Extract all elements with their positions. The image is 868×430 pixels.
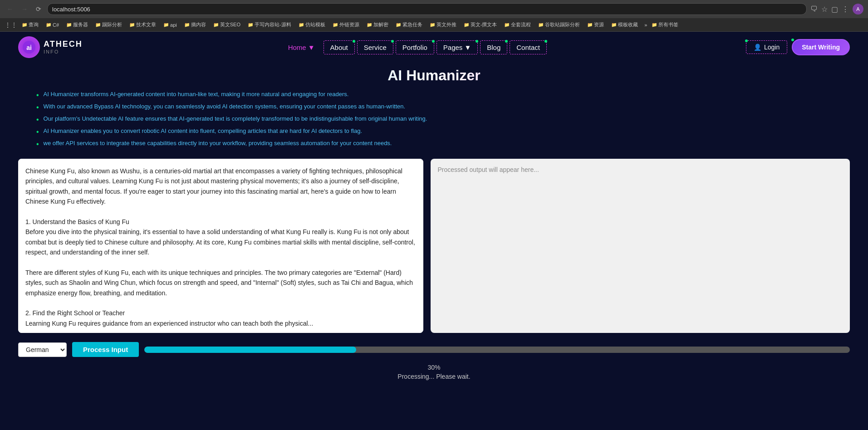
bookmark-en-text[interactable]: 📁英文-撰文本 bbox=[461, 20, 500, 29]
nav-contact[interactable]: Contact bbox=[510, 40, 547, 54]
nav-blog[interactable]: Blog bbox=[480, 40, 507, 54]
bullet-5: • bbox=[36, 140, 39, 148]
bookmark-server[interactable]: 📁服务器 bbox=[64, 20, 91, 29]
output-placeholder-text: Processed output will appear here... bbox=[438, 166, 539, 173]
svg-text:ai: ai bbox=[26, 44, 32, 51]
status-section: 30% Processing... Please wait. bbox=[0, 362, 868, 385]
bookmark-content[interactable]: 📁摘内容 bbox=[181, 20, 209, 29]
nav-dot-portfolio bbox=[432, 40, 435, 43]
progress-bar-fill bbox=[144, 347, 356, 353]
browser-toolbar: ← → ⟳ 🗨 ☆ ▢ ⋮ A bbox=[0, 0, 868, 18]
bookmark-template[interactable]: 📁仿站模板 bbox=[296, 20, 328, 29]
url-bar[interactable] bbox=[47, 3, 807, 15]
main-panels: Processed output will appear here... bbox=[0, 159, 868, 337]
user-icon: 👤 bbox=[754, 44, 761, 51]
bookmark-outlinks[interactable]: 📁外链资源 bbox=[330, 20, 362, 29]
bullet-4: • bbox=[36, 128, 39, 136]
refresh-button[interactable]: ⟳ bbox=[34, 5, 44, 14]
chevron-down-icon: ▼ bbox=[308, 44, 315, 51]
browser-icons: 🗨 ☆ ▢ ⋮ A bbox=[810, 4, 863, 15]
feature-item-2: • With our advanced Bypass AI technology… bbox=[36, 103, 832, 112]
nav-dot-about bbox=[353, 40, 355, 43]
star-icon[interactable]: ☆ bbox=[821, 5, 828, 14]
nav-dot-blog bbox=[505, 40, 508, 43]
bookmark-google[interactable]: 📁谷歌站踢际分析 bbox=[535, 20, 583, 29]
features-section: • AI Humanizer transforms AI-generated c… bbox=[0, 86, 868, 159]
nav-actions: 👤 Login Start Writing bbox=[746, 39, 850, 55]
bookmark-seo[interactable]: 📁英文SEO bbox=[211, 20, 243, 29]
bookmark-all[interactable]: 📁所有书签 bbox=[649, 20, 681, 29]
bookmark-csharp[interactable]: 📁C# bbox=[43, 21, 62, 29]
progress-percent-label: 30% bbox=[18, 364, 850, 371]
page-content: ai ATHECH INFO Home ▼ About Service bbox=[0, 32, 868, 385]
nav-service[interactable]: Service bbox=[357, 40, 393, 54]
bookmark-urgent[interactable]: 📁紧急任务 bbox=[393, 20, 425, 29]
bookmark-crypto[interactable]: 📁加解密 bbox=[364, 20, 391, 29]
feature-item-5: • we offer API services to integrate the… bbox=[36, 140, 832, 148]
progress-bar-container bbox=[144, 347, 850, 353]
bottom-bar: German English French Spanish Chinese Ja… bbox=[0, 337, 868, 362]
processing-status-text: Processing... Please wait. bbox=[18, 373, 850, 380]
apps-icon[interactable]: ⋮⋮ bbox=[5, 21, 17, 29]
profile-avatar[interactable]: A bbox=[853, 4, 863, 15]
feature-item-4: • AI Humanizer enables you to convert ro… bbox=[36, 127, 832, 136]
bookmarks-bar: ⋮⋮ 📁查询 📁C# 📁服务器 📁踢际分析 📁技术文章 📁api 📁摘内容 📁英… bbox=[0, 18, 868, 32]
output-panel: Processed output will appear here... bbox=[431, 159, 850, 333]
input-panel bbox=[18, 159, 423, 333]
language-select[interactable]: German English French Spanish Chinese Ja… bbox=[18, 342, 67, 357]
brand-sub: INFO bbox=[44, 49, 83, 54]
logo-area: ai ATHECH INFO bbox=[18, 36, 83, 58]
bookmark-en-outreach[interactable]: 📁英文外推 bbox=[427, 20, 459, 29]
bookmark-saved-templates[interactable]: 📁模板收藏 bbox=[608, 20, 641, 29]
more-bookmarks-icon[interactable]: » bbox=[644, 22, 647, 28]
forward-button[interactable]: → bbox=[19, 5, 30, 14]
bookmark-tech[interactable]: 📁技术文章 bbox=[127, 20, 159, 29]
nav-home[interactable]: Home ▼ bbox=[282, 41, 321, 54]
page-title: AI Humanizer bbox=[18, 67, 850, 84]
nav-dot-contact bbox=[544, 40, 547, 43]
input-textarea[interactable] bbox=[18, 159, 423, 333]
bookmark-handwritten[interactable]: 📁手写内容站-源料 bbox=[245, 20, 294, 29]
brand-name: ATHECH bbox=[44, 40, 83, 49]
translate-icon[interactable]: 🗨 bbox=[810, 5, 818, 13]
bookmark-full-flow[interactable]: 📁全套流程 bbox=[501, 20, 534, 29]
page-title-section: AI Humanizer bbox=[0, 63, 868, 86]
bookmark-queries[interactable]: 📁查询 bbox=[19, 20, 41, 29]
nav-portfolio[interactable]: Portfolio bbox=[396, 40, 434, 54]
feature-item-1: • AI Humanizer transforms AI-generated c… bbox=[36, 91, 832, 99]
chevron-down-icon-pages: ▼ bbox=[464, 44, 471, 51]
logo-icon: ai bbox=[18, 36, 40, 58]
login-button[interactable]: 👤 Login bbox=[746, 40, 787, 54]
start-writing-button[interactable]: Start Writing bbox=[792, 39, 850, 55]
start-writing-dot bbox=[791, 39, 794, 41]
bookmark-analysis[interactable]: 📁踢际分析 bbox=[93, 20, 125, 29]
back-button[interactable]: ← bbox=[5, 5, 15, 14]
nav-about[interactable]: About bbox=[324, 40, 355, 54]
bullet-2: • bbox=[36, 103, 39, 112]
bookmark-resources[interactable]: 📁资源 bbox=[584, 20, 607, 29]
nav-dot-service bbox=[391, 40, 394, 43]
nav-dot-pages bbox=[476, 40, 478, 43]
bullet-1: • bbox=[36, 91, 39, 99]
browser-chrome: ← → ⟳ 🗨 ☆ ▢ ⋮ A ⋮⋮ 📁查询 📁C# 📁服务器 📁踢际分析 📁技… bbox=[0, 0, 868, 32]
nav-pages[interactable]: Pages ▼ bbox=[436, 40, 478, 54]
process-input-button[interactable]: Process Input bbox=[72, 342, 139, 357]
extension-icon[interactable]: ▢ bbox=[831, 5, 838, 14]
feature-item-3: • Our platform's Undetectable AI feature… bbox=[36, 115, 832, 124]
navbar: ai ATHECH INFO Home ▼ About Service bbox=[0, 32, 868, 63]
nav-menu: Home ▼ About Service Portfolio Pages ▼ bbox=[282, 40, 547, 54]
bullet-3: • bbox=[36, 116, 39, 124]
bookmark-api[interactable]: 📁api bbox=[161, 21, 180, 29]
logo-text: ATHECH INFO bbox=[44, 40, 83, 54]
login-dot bbox=[745, 39, 748, 42]
menu-icon[interactable]: ⋮ bbox=[842, 5, 849, 14]
